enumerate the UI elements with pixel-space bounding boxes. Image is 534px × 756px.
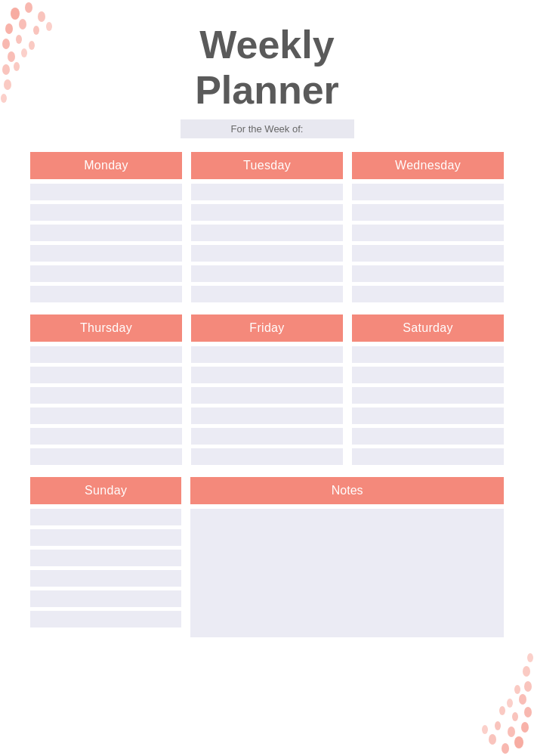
notes-block: Notes <box>190 477 504 637</box>
thursday-block: Thursday <box>30 314 182 465</box>
sunday-line-4[interactable] <box>30 570 181 587</box>
thursday-lines <box>30 346 182 465</box>
title-line2: Planner <box>195 68 339 112</box>
monday-header: Monday <box>30 152 182 179</box>
saturday-line-4[interactable] <box>352 407 504 424</box>
saturday-line-3[interactable] <box>352 387 504 404</box>
thursday-line-4[interactable] <box>30 407 182 424</box>
tuesday-lines <box>191 184 343 302</box>
wednesday-line-6[interactable] <box>352 286 504 302</box>
sunday-line-6[interactable] <box>30 611 181 627</box>
week-of-bar[interactable]: For the Week of: <box>181 119 354 138</box>
tuesday-line-3[interactable] <box>191 225 343 241</box>
sunday-line-3[interactable] <box>30 550 181 566</box>
svg-point-29 <box>514 685 520 694</box>
friday-line-3[interactable] <box>191 387 343 404</box>
thursday-line-6[interactable] <box>30 448 182 465</box>
monday-line-3[interactable] <box>30 225 182 241</box>
svg-point-19 <box>521 722 529 733</box>
monday-line-4[interactable] <box>30 245 182 262</box>
wednesday-block: Wednesday <box>352 152 504 302</box>
svg-point-21 <box>495 721 501 730</box>
friday-header: Friday <box>191 314 343 342</box>
saturday-header: Saturday <box>352 314 504 342</box>
monday-line-2[interactable] <box>30 204 182 221</box>
thursday-line-3[interactable] <box>30 387 182 404</box>
monday-line-6[interactable] <box>30 286 182 302</box>
friday-line-4[interactable] <box>191 407 343 424</box>
svg-point-26 <box>519 694 526 705</box>
svg-point-24 <box>512 712 518 721</box>
thursday-header: Thursday <box>30 314 182 342</box>
title-line1: Weekly <box>199 23 334 67</box>
monday-line-5[interactable] <box>30 265 182 282</box>
monday-lines <box>30 184 182 302</box>
svg-point-20 <box>508 727 515 737</box>
tuesday-header: Tuesday <box>191 152 343 179</box>
thursday-line-5[interactable] <box>30 428 182 445</box>
wednesday-line-5[interactable] <box>352 265 504 282</box>
saturday-line-1[interactable] <box>352 346 504 363</box>
sunday-line-2[interactable] <box>30 529 181 546</box>
sunday-lines <box>30 509 181 627</box>
middle-row-grid: Thursday Friday Saturday <box>30 314 504 465</box>
thursday-line-1[interactable] <box>30 346 182 363</box>
friday-line-1[interactable] <box>191 346 343 363</box>
header: Weekly Planner For the Week of: <box>30 23 504 138</box>
tuesday-line-6[interactable] <box>191 286 343 302</box>
sunday-line-5[interactable] <box>30 590 181 607</box>
saturday-line-6[interactable] <box>352 448 504 465</box>
wednesday-lines <box>352 184 504 302</box>
wednesday-line-2[interactable] <box>352 204 504 221</box>
week-of-label: For the Week of: <box>231 123 304 135</box>
svg-point-25 <box>499 706 505 715</box>
monday-block: Monday <box>30 152 182 302</box>
sunday-block: Sunday <box>30 477 181 637</box>
wednesday-header: Wednesday <box>352 152 504 179</box>
wednesday-line-1[interactable] <box>352 184 504 200</box>
svg-point-28 <box>524 681 532 692</box>
saturday-line-5[interactable] <box>352 428 504 445</box>
saturday-block: Saturday <box>352 314 504 465</box>
sunday-line-1[interactable] <box>30 509 181 525</box>
svg-point-16 <box>514 736 523 748</box>
svg-point-30 <box>523 666 530 677</box>
top-row-grid: Monday Tuesday Wednesday <box>30 152 504 302</box>
tuesday-line-2[interactable] <box>191 204 343 221</box>
thursday-line-2[interactable] <box>30 367 182 383</box>
wednesday-line-3[interactable] <box>352 225 504 241</box>
friday-block: Friday <box>191 314 343 465</box>
friday-lines <box>191 346 343 465</box>
saturday-line-2[interactable] <box>352 367 504 383</box>
notes-header: Notes <box>190 477 504 504</box>
tuesday-line-5[interactable] <box>191 265 343 282</box>
sunday-header: Sunday <box>30 477 181 504</box>
svg-point-27 <box>507 699 513 708</box>
tuesday-line-4[interactable] <box>191 245 343 262</box>
friday-line-6[interactable] <box>191 448 343 465</box>
tuesday-block: Tuesday <box>191 152 343 302</box>
friday-line-5[interactable] <box>191 428 343 445</box>
tuesday-line-1[interactable] <box>191 184 343 200</box>
notes-area[interactable] <box>190 509 504 637</box>
svg-point-22 <box>482 725 488 734</box>
friday-line-2[interactable] <box>191 367 343 383</box>
wednesday-line-4[interactable] <box>352 245 504 262</box>
page-title: Weekly Planner <box>30 23 504 113</box>
saturday-lines <box>352 346 504 465</box>
svg-point-18 <box>489 734 496 745</box>
bottom-row-grid: Sunday Notes <box>30 477 504 637</box>
monday-line-1[interactable] <box>30 184 182 200</box>
svg-point-17 <box>502 743 509 754</box>
svg-point-23 <box>524 707 532 717</box>
